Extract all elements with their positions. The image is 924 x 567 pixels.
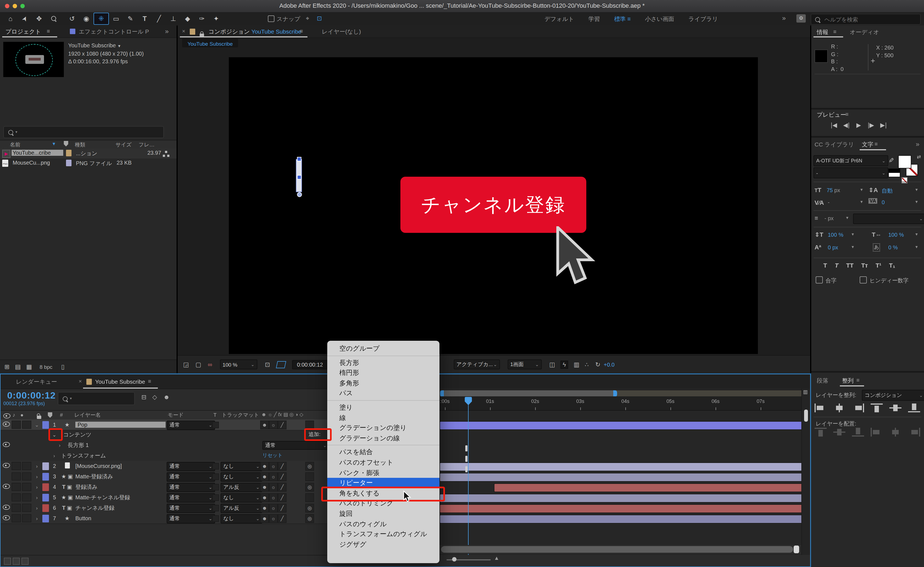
workspace-tab[interactable]: デフォルト (544, 15, 574, 23)
workspace-overflow-chevron[interactable]: » (782, 14, 786, 22)
lock-switch[interactable] (22, 483, 32, 491)
blend-mode-dropdown[interactable]: 通常⌄ (166, 514, 215, 523)
track-matte-dropdown[interactable]: なし⌄ (220, 472, 262, 482)
video-column-icon[interactable] (3, 414, 10, 418)
collapse-switch[interactable]: ☼ (269, 493, 278, 502)
tsume-value[interactable]: 0 % (888, 244, 898, 250)
zoom-in-mountain-icon[interactable]: ▲ (494, 555, 500, 561)
menu-item-item[interactable]: 旋回 (327, 508, 440, 519)
motion-blur-switch[interactable]: ◎ (305, 483, 314, 492)
timeline-graph-icon[interactable]: ▥ (574, 361, 579, 367)
layer-duration-bar[interactable] (440, 462, 801, 471)
collapse-switch[interactable]: ☼ (269, 421, 278, 429)
snap-checkbox[interactable] (268, 15, 274, 22)
layer-row[interactable]: › 4 T ▣ 登録済み 通常⌄ アル反⌄ ☻ ☼ ╱ ◎ (0, 482, 328, 493)
layer-duration-bar[interactable] (494, 483, 801, 492)
align-left-icon[interactable] (814, 403, 826, 412)
track-matte-dropdown[interactable]: なし⌄ (220, 514, 262, 523)
brush-tool-icon[interactable]: ╱ (152, 15, 166, 23)
work-area-start-handle[interactable] (440, 390, 444, 397)
hindi-digits-checkbox[interactable] (860, 276, 867, 284)
home-tool-icon[interactable]: ⌂ (3, 15, 18, 23)
track-matte-dropdown[interactable]: なし⌄ (220, 493, 262, 502)
track-area[interactable]: :00s01s02s03s04s05s06s07s (440, 389, 801, 555)
layer-duration-bar[interactable] (440, 515, 801, 523)
audio-switch[interactable] (12, 483, 21, 491)
blend-mode-dropdown[interactable]: 通常⌄ (166, 462, 215, 471)
layer-duration-bar[interactable] (440, 494, 801, 502)
layer-eye-icon[interactable] (3, 463, 10, 468)
no-color-swatch[interactable] (902, 177, 908, 183)
tab-layer-none[interactable]: レイヤー(なし) (322, 28, 361, 36)
swap-fill-stroke-icon[interactable]: ⇄ (917, 154, 921, 159)
shy-switch[interactable]: ☻ (260, 421, 269, 429)
project-item-name[interactable]: MouseCu...png (13, 159, 50, 166)
pixel-aspect-icon[interactable]: ◫ (549, 361, 555, 367)
comp-mini-flowchart-icon[interactable]: ⊟ (141, 394, 146, 400)
bit-depth-label[interactable]: 8 bpc (40, 364, 52, 370)
horizontal-scale-value[interactable]: 100 % (888, 232, 904, 238)
layer-eye-icon[interactable] (3, 422, 10, 427)
quality-switch[interactable]: ╱ (278, 493, 286, 502)
quality-switch[interactable]: ╱ (278, 472, 286, 481)
rectangle-eye-icon[interactable] (3, 442, 10, 447)
audio-switch[interactable] (12, 472, 21, 481)
preserve-transparency-switch[interactable] (212, 484, 219, 490)
eraser-tool-icon[interactable]: ◆ (180, 15, 195, 23)
trash-icon[interactable]: ▯ (62, 364, 64, 370)
character-tabs-overflow[interactable]: » (916, 140, 920, 148)
motion-blur-switch[interactable]: ◎ (305, 462, 314, 471)
collapse-switch[interactable]: ☼ (269, 514, 278, 523)
shy-switch[interactable]: ☻ (260, 472, 269, 481)
align-top-icon[interactable] (871, 403, 883, 412)
font-family-dropdown[interactable]: A-OTF UD新ゴ Pr6N⌄ (813, 155, 888, 166)
blend-mode-dropdown[interactable]: 通常⌄ (166, 504, 215, 513)
rotobrush-tool-icon[interactable]: ✑ (195, 15, 209, 23)
menu-item-item[interactable]: グラデーションの塗り (327, 423, 440, 433)
shy-switch[interactable]: ☻ (260, 514, 269, 523)
align-bottom-icon[interactable] (908, 403, 920, 412)
project-col-kind[interactable]: 種類 (75, 141, 85, 149)
layer-eye-icon[interactable] (3, 505, 10, 510)
sort-chevron-icon[interactable]: ▼ (52, 141, 56, 146)
track-matte-column[interactable]: トラックマット (222, 412, 259, 419)
lock-switch[interactable] (22, 493, 32, 501)
quality-switch[interactable]: ╱ (278, 483, 286, 492)
zoom-tool-icon[interactable] (46, 15, 60, 23)
project-col-size[interactable]: サイズ (116, 141, 132, 149)
tab-timeline-comp[interactable]: YouTube Subscribe (95, 378, 145, 385)
layer-name[interactable]: チャンネル登録 (75, 504, 114, 512)
character-panel-menu-icon[interactable]: ≡ (874, 141, 878, 147)
menu-item-item[interactable]: 多角形 (327, 378, 440, 388)
project-col-name[interactable]: 名前 (10, 141, 20, 149)
number-column[interactable]: # (60, 412, 63, 418)
layer-duration-bar[interactable] (440, 421, 801, 430)
lock-column-icon[interactable] (37, 416, 41, 419)
layer-expander-chevron[interactable]: › (33, 463, 41, 469)
collapse-switch[interactable]: ☼ (269, 483, 278, 492)
layer-name[interactable]: Matte-チャンネル登録 (75, 493, 130, 501)
layer-name[interactable]: Matte-登録済み (75, 472, 113, 480)
footage-icon[interactable]: ▦ (26, 364, 32, 370)
workspace-tab[interactable]: ライブラリ (688, 15, 718, 23)
tab-character[interactable]: 文字 (862, 141, 873, 149)
folder-icon[interactable]: ▤ (15, 364, 21, 370)
layer-expander-chevron[interactable]: › (33, 474, 41, 479)
motion-blur-switch[interactable]: ◎ (305, 514, 314, 523)
layer-row[interactable]: › 3 ★ ▣ Matte-登録済み 通常⌄ なし⌄ ☻ ☼ ╱ (0, 471, 328, 482)
project-col-frame[interactable]: フレ… (139, 141, 154, 149)
menu-item-item[interactable]: パンク・膨張 (327, 468, 440, 478)
puppet-tool-icon[interactable]: ✦ (209, 15, 223, 23)
primary-viewer-icon[interactable]: ▢ (195, 361, 201, 367)
lock-switch[interactable] (22, 421, 32, 429)
line-join-dropdown[interactable]: ⌄ (853, 214, 924, 224)
work-area-end-handle[interactable] (613, 390, 617, 397)
workspace-tab[interactable]: 小さい画面 (645, 15, 674, 23)
audio-switch[interactable] (12, 493, 21, 501)
timeline-close-tab-icon[interactable]: × (79, 378, 82, 384)
layer-row[interactable]: › 7 ★ Button 通常⌄ なし⌄ ☻ ☼ ╱ ◎ (0, 513, 328, 524)
quality-switch[interactable]: ╱ (278, 504, 286, 513)
transform-expander-chevron[interactable]: › (53, 453, 55, 458)
last-frame-icon[interactable]: ▶∣ (880, 122, 887, 129)
next-frame-icon[interactable]: ∣▶ (867, 122, 874, 129)
